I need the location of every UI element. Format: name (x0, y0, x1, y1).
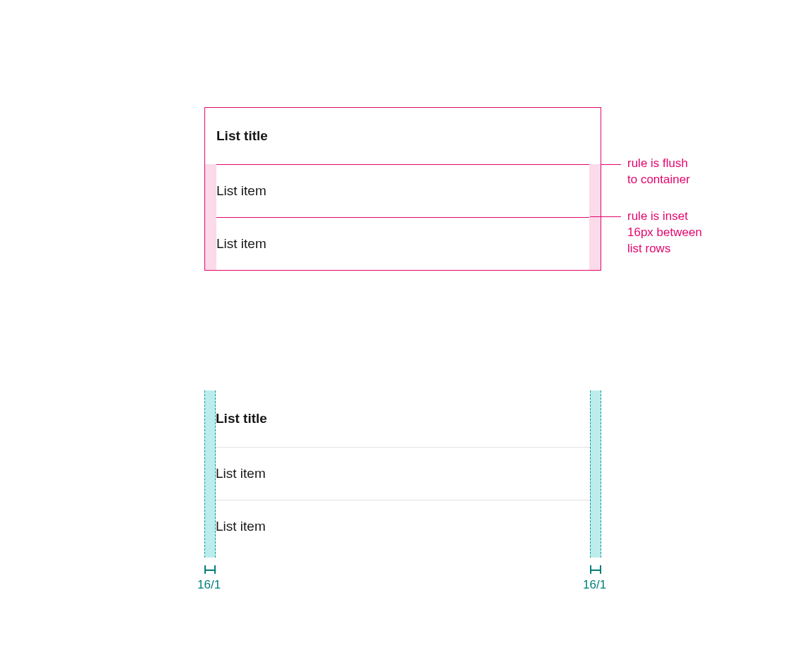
list-title-text: List title (216, 411, 267, 426)
spacing-label: 16/1 (197, 578, 216, 592)
annotation-leader-line (601, 164, 621, 165)
annotation-text-inset: rule is inset 16px between list rows (627, 209, 702, 257)
list-container-annotated: List title List item List item (204, 107, 601, 271)
list-item-text: List item (216, 183, 266, 199)
spacing-label: 16/1 (583, 578, 601, 592)
spacing-bar (590, 565, 601, 574)
list-item-text: List item (216, 466, 266, 481)
list-title: List title (204, 390, 601, 447)
list-item: List item (204, 500, 601, 553)
list-title: List title (205, 108, 601, 164)
annotation-text-flush: rule is flush to container (627, 156, 690, 188)
list-item: List item (205, 165, 601, 217)
spacing-marker-left: 16/1 (204, 565, 216, 592)
list-item-text: List item (216, 519, 266, 534)
list-container-padding-spec: List title List item List item (204, 390, 601, 553)
list-item: List item (205, 218, 601, 270)
list-title-text: List title (216, 128, 268, 144)
spacing-bar (204, 565, 216, 574)
spacing-marker-right: 16/1 (590, 565, 601, 592)
list-item-text: List item (216, 236, 266, 252)
list-body: List item List item (205, 164, 601, 270)
list-item: List item (204, 448, 601, 500)
